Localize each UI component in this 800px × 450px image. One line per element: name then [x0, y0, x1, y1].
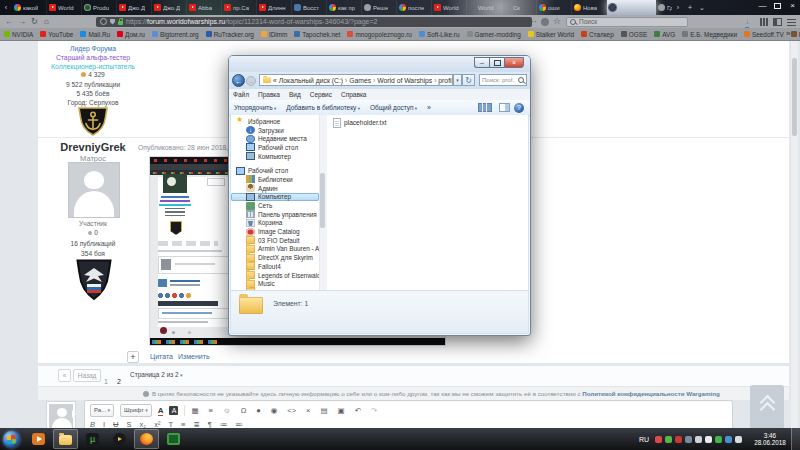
breadcrumb-segment[interactable]: Games	[349, 77, 377, 84]
tree-item[interactable]: Компьютер	[231, 152, 319, 161]
tree-item[interactable]: Админ	[231, 184, 319, 193]
home-icon[interactable]: ⌂	[44, 15, 49, 28]
more-commands-button[interactable]: »	[427, 104, 431, 111]
font-dropdown[interactable]: Шрифт	[120, 404, 152, 417]
bookmark-item[interactable]: Seedoff.TV	[744, 31, 784, 38]
taskbar-app-button[interactable]	[26, 429, 51, 449]
tree-item[interactable]: Сеть	[231, 201, 319, 210]
bookmarks-overflow-button[interactable]: »	[786, 29, 790, 38]
refresh-icon[interactable]: ↻	[462, 74, 475, 86]
browser-tab[interactable]: Где в	[656, 0, 672, 15]
browser-tab[interactable]: Джо Д	[152, 0, 187, 15]
menu-item[interactable]: Правка	[258, 91, 280, 98]
minimize-icon[interactable]: –	[474, 57, 489, 68]
tree-item[interactable]: Armin Van Buuren - A State	[231, 245, 319, 254]
size-dropdown[interactable]: Ра...	[90, 404, 114, 417]
tree-item[interactable]: DirectX для Skyrim	[231, 253, 319, 262]
bookmark-item[interactable]: Е.Б. Медведики	[682, 31, 737, 38]
tree-item[interactable]: Image Catalog	[231, 227, 319, 236]
taskbar-app-button[interactable]	[161, 429, 186, 449]
browser-tab[interactable]: Джо Д	[117, 0, 152, 15]
bookmark-item[interactable]: Mail.Ru	[80, 31, 110, 38]
back-page-button[interactable]: Назад	[73, 369, 101, 382]
address-bar[interactable]: https://forum.worldofwarships.ru/topic/1…	[96, 17, 532, 27]
taskbar-app-button[interactable]	[80, 429, 105, 449]
tray-icon[interactable]	[665, 436, 672, 443]
tab-scroll-left-button[interactable]: ‹	[0, 0, 12, 15]
bookmark-item[interactable]: IDimm	[261, 31, 287, 38]
edit-link[interactable]: Изменить	[178, 353, 210, 360]
forward-icon[interactable]: →	[246, 76, 256, 86]
explorer-search-input[interactable]: Поиск: prof...	[479, 74, 527, 86]
file-item[interactable]: placeholder.txt	[328, 117, 528, 128]
bookmark-item[interactable]: OGSE	[621, 31, 647, 38]
editor-tool-icon[interactable]: ▣	[338, 405, 345, 417]
tab-list-button[interactable]: ⌄	[696, 0, 708, 15]
tray-icon[interactable]	[655, 436, 662, 443]
bookmark-item[interactable]: Bigtorrent.org	[152, 31, 199, 38]
editor-tool-icon[interactable]: ▦	[191, 405, 198, 417]
browser-tab[interactable]: Produ	[82, 0, 117, 15]
back-icon[interactable]: ←	[232, 74, 245, 87]
page-number[interactable]: 1	[104, 378, 108, 385]
editor-tool-icon[interactable]: ≡	[209, 405, 213, 417]
browser-tab[interactable]: Ск	[502, 0, 537, 15]
quote-link[interactable]: Цитата	[150, 353, 173, 360]
tree-item[interactable]: Music	[231, 279, 319, 288]
hamburger-menu-icon[interactable]	[787, 19, 796, 26]
bookmark-item[interactable]: Stalker World	[528, 31, 574, 38]
first-page-button[interactable]: «	[58, 369, 71, 382]
editor-tool-icon[interactable]: ▤	[320, 405, 327, 417]
bookmark-item[interactable]: Soft-Like.ru	[419, 31, 460, 38]
browser-tab[interactable]: как пр	[327, 0, 362, 15]
tray-icon[interactable]	[675, 436, 682, 443]
text-color-icon[interactable]: A	[158, 406, 164, 416]
tree-item[interactable]: Legends of Eisenwald	[231, 271, 319, 280]
privacy-policy-link[interactable]: Политикой конфиденциальности Wargaming	[582, 390, 720, 397]
browser-tab[interactable]: какой	[12, 0, 47, 15]
browser-tab[interactable]	[607, 0, 656, 15]
breadcrumb-segment[interactable]: World of Warships	[377, 77, 438, 84]
tree-item[interactable]: 03 FIO Default	[231, 236, 319, 245]
views-icon[interactable]	[478, 103, 492, 112]
browser-tab[interactable]: Abba	[187, 0, 222, 15]
multiquote-button[interactable]: +	[127, 351, 139, 363]
browser-tab[interactable]: World	[432, 0, 467, 15]
browser-tab[interactable]: Восст	[292, 0, 327, 15]
command-button[interactable]: Упорядочить	[234, 104, 276, 111]
taskbar-app-button[interactable]	[53, 429, 78, 449]
breadcrumb-segment[interactable]: profile	[438, 77, 453, 84]
command-button[interactable]: Общий доступ	[370, 104, 417, 111]
taskbar-app-button[interactable]	[134, 429, 159, 449]
browser-tab[interactable]: Длинн	[257, 0, 292, 15]
tray-icon[interactable]	[685, 436, 692, 443]
tree-item[interactable]: Рабочий стол	[231, 166, 319, 175]
post2-avatar[interactable]	[68, 162, 120, 218]
address-dropdown-icon[interactable]: ▾	[453, 74, 462, 86]
bookmark-item[interactable]: mnogopoleznogo.ru	[347, 31, 412, 38]
pocket-icon[interactable]	[541, 18, 549, 26]
tray-icon[interactable]	[695, 436, 702, 443]
close-icon[interactable]: ×	[504, 57, 524, 68]
bookmark-item[interactable]: Сталкер	[581, 31, 614, 38]
tree-item[interactable]: Библиотеки	[231, 175, 319, 184]
tree-item[interactable]: Панель управления	[231, 210, 319, 219]
show-desktop-button[interactable]	[791, 428, 800, 450]
page-actions-icon[interactable]: ⋯	[528, 15, 536, 28]
menu-item[interactable]: Вид	[289, 91, 301, 98]
tree-item[interactable]: Рабочий стол	[231, 143, 319, 152]
back-icon[interactable]: ←	[5, 15, 13, 28]
tree-item[interactable]: Компьютер	[231, 193, 319, 202]
bookmark-item[interactable]: YouTube	[40, 31, 73, 38]
post1-badge-leader[interactable]: Лидер Форума	[38, 44, 148, 53]
breadcrumb[interactable]: « Локальный диск (C:)GamesWorld of Warsh…	[259, 74, 453, 86]
tray-icon[interactable]	[735, 436, 742, 443]
tracking-shield-icon[interactable]	[110, 19, 115, 25]
new-tab-button[interactable]: +	[684, 0, 696, 15]
tree-item[interactable]: Загрузки	[231, 126, 319, 135]
explorer-window[interactable]: – × ← → « Локальный диск (C:)GamesWorld …	[228, 55, 531, 336]
tray-icon[interactable]	[715, 436, 722, 443]
bookmark-item[interactable]: NVIDIA	[4, 31, 33, 38]
editor-tool-icon[interactable]: ◉	[271, 405, 278, 417]
editor-tool-icon[interactable]: ●	[256, 405, 261, 417]
